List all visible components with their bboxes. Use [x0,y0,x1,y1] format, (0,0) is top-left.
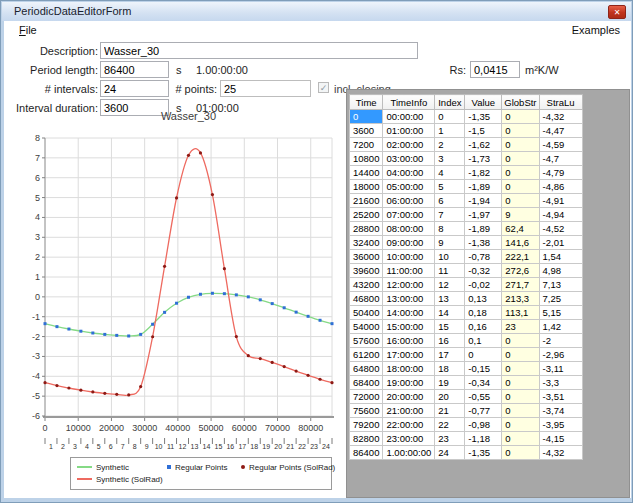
grid-cell[interactable]: 222,1 [502,250,539,264]
grid-cell[interactable]: 0 [502,194,539,208]
grid-cell[interactable]: 10:00:00 [383,250,435,264]
grid-cell[interactable]: 07:00:00 [383,208,435,222]
grid-cell[interactable]: 19:00:00 [383,376,435,390]
grid-cell[interactable]: -1,94 [465,194,502,208]
grid-cell[interactable]: 50400 [350,306,383,320]
grid-cell[interactable]: 0 [502,376,539,390]
period-length-input[interactable] [100,61,169,78]
grid-cell[interactable]: 272,6 [502,264,539,278]
grid-cell[interactable]: 0 [502,334,539,348]
grid-cell[interactable]: 79200 [350,418,383,432]
grid-cell[interactable]: 64800 [350,362,383,376]
grid-cell[interactable]: 12 [435,278,465,292]
grid-cell[interactable]: 23 [502,320,539,334]
grid-cell[interactable]: 0 [502,362,539,376]
grid-cell[interactable]: 0 [502,348,539,362]
grid-cell[interactable]: 6 [435,194,465,208]
grid-cell[interactable]: 1,54 [539,250,582,264]
grid-cell[interactable]: 0 [502,432,539,446]
grid-cell[interactable]: -4,59 [539,138,582,152]
grid-cell[interactable]: -4,7 [539,152,582,166]
grid-cell[interactable]: 22 [435,418,465,432]
grid-cell[interactable]: 02:00:00 [383,138,435,152]
grid-cell[interactable]: -1,89 [465,180,502,194]
grid-cell[interactable]: 11:00:00 [383,264,435,278]
grid-cell[interactable]: -1,38 [465,236,502,250]
grid-cell[interactable]: -1,5 [465,124,502,138]
grid-cell[interactable]: 10 [435,250,465,264]
grid-cell[interactable]: 39600 [350,264,383,278]
grid-cell[interactable]: -3,74 [539,404,582,418]
grid-cell[interactable]: 0 [502,390,539,404]
grid-cell[interactable]: 11 [435,264,465,278]
grid-cell[interactable]: 5,15 [539,306,582,320]
menu-file[interactable]: File [14,23,42,37]
grid-cell[interactable]: 09:00:00 [383,236,435,250]
grid-cell[interactable]: 0 [502,446,539,460]
grid-cell[interactable]: 12:00:00 [383,278,435,292]
grid-cell[interactable]: 4 [435,166,465,180]
grid-cell[interactable]: 1,42 [539,320,582,334]
grid-cell[interactable]: 8 [435,222,465,236]
grid-cell[interactable]: -0,55 [465,390,502,404]
grid-cell[interactable]: 16:00:00 [383,334,435,348]
grid-cell[interactable]: -4,79 [539,166,582,180]
grid-cell[interactable]: 16 [435,334,465,348]
grid-cell[interactable]: -4,94 [539,208,582,222]
grid-cell[interactable]: -3,3 [539,376,582,390]
grid-cell[interactable]: 3600 [350,124,383,138]
grid-cell[interactable]: 21 [435,404,465,418]
grid-cell[interactable]: 9 [502,208,539,222]
grid-cell[interactable]: 0 [435,110,465,124]
grid-cell[interactable]: 00:00:00 [383,110,435,124]
grid-cell[interactable]: -0,78 [465,250,502,264]
grid-cell[interactable]: 54000 [350,320,383,334]
grid-cell[interactable]: 14400 [350,166,383,180]
grid-cell[interactable]: 14 [435,306,465,320]
grid-cell[interactable]: -0,34 [465,376,502,390]
rs-input[interactable] [470,61,520,78]
titlebar[interactable]: PeriodicDataEditorForm ✕ [2,2,631,21]
grid-cell[interactable]: 13 [435,292,465,306]
grid-cell[interactable]: 213,3 [502,292,539,306]
grid-cell[interactable]: 18:00:00 [383,362,435,376]
grid-cell[interactable]: 23:00:00 [383,432,435,446]
grid-cell[interactable]: -4,91 [539,194,582,208]
grid-cell[interactable]: 15:00:00 [383,320,435,334]
grid-cell[interactable]: 0 [465,348,502,362]
grid-cell[interactable]: 17 [435,348,465,362]
grid-cell[interactable]: 22:00:00 [383,418,435,432]
grid-cell[interactable]: -0,98 [465,418,502,432]
grid-cell[interactable]: 36000 [350,250,383,264]
grid-cell[interactable]: 1.00:00:00 [383,446,435,460]
grid-cell[interactable]: -3,51 [539,390,582,404]
grid-col-header[interactable]: StraLu [539,95,582,110]
menu-examples[interactable]: Examples [567,23,625,37]
grid-cell[interactable]: 05:00:00 [383,180,435,194]
grid-cell[interactable]: 13:00:00 [383,292,435,306]
grid-cell[interactable]: 5 [435,180,465,194]
grid-cell[interactable]: 0,1 [465,334,502,348]
grid-cell[interactable]: 86400 [350,446,383,460]
grid-cell[interactable]: -1,35 [465,446,502,460]
grid-cell[interactable]: 10800 [350,152,383,166]
grid-cell[interactable]: 06:00:00 [383,194,435,208]
grid-cell[interactable]: -1,89 [465,222,502,236]
grid-cell[interactable]: -4,86 [539,180,582,194]
grid-cell[interactable]: -4,32 [539,446,582,460]
grid-cell[interactable]: 14:00:00 [383,306,435,320]
grid-cell[interactable]: 17:00:00 [383,348,435,362]
grid-cell[interactable]: 72000 [350,390,383,404]
grid-cell[interactable]: -0,32 [465,264,502,278]
grid-cell[interactable]: 0 [502,152,539,166]
grid-col-header[interactable]: GlobStr [502,95,539,110]
grid-cell[interactable]: 08:00:00 [383,222,435,236]
grid-cell[interactable]: 0 [502,180,539,194]
grid-cell[interactable]: 7,13 [539,278,582,292]
points-input[interactable] [220,80,311,97]
grid-cell[interactable]: -1,35 [465,110,502,124]
grid-cell[interactable]: 141,6 [502,236,539,250]
grid-cell[interactable]: 61200 [350,348,383,362]
grid-cell[interactable]: -4,15 [539,432,582,446]
grid-cell[interactable]: 0 [502,124,539,138]
